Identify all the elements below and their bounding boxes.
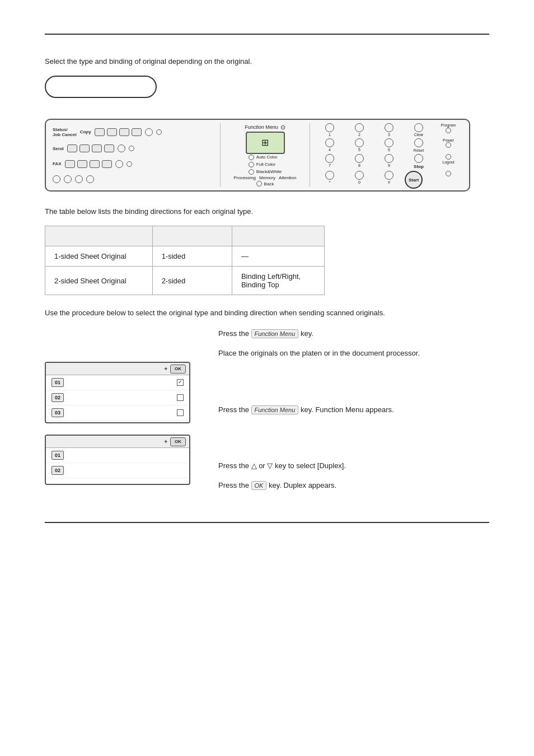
reset-circle: [414, 138, 423, 147]
procedure-intro: Use the procedure below to select the or…: [45, 309, 489, 317]
table-intro: The table below lists the binding direct…: [45, 207, 489, 216]
stop-area: Stop: [405, 154, 433, 169]
num-4: 4: [316, 138, 344, 152]
num-7: 7: [316, 154, 344, 169]
row1-col2: 1-sided: [152, 246, 232, 267]
num-7-circle: [325, 154, 334, 163]
logout-label: Logout: [442, 160, 454, 164]
logout-area: Logout: [434, 154, 462, 169]
step-1-key: Function Menu: [251, 329, 299, 338]
row2-col2: 2-sided: [152, 267, 232, 295]
num-3-circle: [385, 123, 394, 132]
num-1: 1: [316, 123, 344, 137]
copy-circle: [145, 128, 153, 136]
copy-small-circle: [156, 129, 162, 135]
fax-small-circle: [127, 161, 132, 167]
lcd-header-2: ✦ OK: [46, 436, 189, 448]
procedure-screens: ✦ OK 01 02 03: [45, 362, 202, 500]
full-color-circle: [249, 162, 254, 167]
logout-circle: [446, 154, 451, 160]
page: Select the type and binding of original …: [0, 0, 534, 756]
step-4: Press the △ or ▽ key to select [Duplex].: [218, 460, 489, 472]
num-8: 8: [345, 154, 373, 169]
extra-circle: [446, 171, 451, 176]
panel-display: ⊞: [246, 132, 285, 154]
num-9-circle: [385, 154, 394, 163]
memory-label: Memory: [259, 175, 275, 180]
back-row: Back: [256, 181, 274, 186]
panel-bottom-circles: [53, 175, 216, 183]
lcd-screen-2: ✦ OK 01 02: [45, 435, 190, 485]
lcd-row-num-2-01: 01: [51, 451, 64, 460]
power-circle: [446, 142, 451, 148]
lcd-row-num-02: 02: [51, 393, 64, 402]
program-area: Program: [434, 123, 462, 137]
num-2: 2: [345, 123, 373, 137]
step-1-text: Press the: [218, 329, 251, 338]
row1-col1: 1-sided Sheet Original: [45, 246, 153, 267]
panel-bot-row: FAX: [53, 160, 216, 168]
step-3-key: Function Menu: [251, 405, 299, 414]
back-circle: [256, 181, 262, 186]
num-clear-circle: [414, 123, 423, 132]
panel-right: 1 2 3 Clear Program: [310, 123, 462, 187]
step-1-suffix: key.: [301, 329, 313, 338]
step-5-key: OK: [251, 481, 267, 490]
copier-panel: Status/Job Cancel Copy Send: [45, 119, 470, 192]
panel-mid-row: Send: [53, 144, 216, 152]
back-label: Back: [264, 181, 274, 186]
lcd-row-num-01: 01: [51, 378, 64, 387]
lcd-checkbox-01: [177, 379, 184, 386]
send-circle: [118, 144, 125, 152]
lcd-ok-btn-1: OK: [170, 365, 186, 374]
f1-btn: [65, 160, 75, 168]
bottom-rule: [45, 522, 489, 523]
lcd-checkbox-03: [177, 409, 184, 416]
send-btns: [67, 144, 114, 152]
table-row: 1-sided Sheet Original 1-sided —: [45, 246, 325, 267]
step-4-text: Press the △ or ▽ key to select [Duplex].: [218, 461, 346, 470]
col-header-2: [152, 226, 232, 246]
status-job-label: Status/Job Cancel: [53, 127, 77, 137]
binding-table: 1-sided Sheet Original 1-sided — 2-sided…: [45, 226, 325, 295]
send-small-circle: [129, 146, 134, 151]
bw-label: Black&White: [256, 169, 282, 174]
function-menu-label: Function Menu: [245, 124, 278, 130]
step-5-text: Press the: [218, 481, 251, 489]
lcd-checkbox-02: [177, 394, 184, 401]
step-2: Place the originals on the platen or in …: [218, 348, 489, 360]
row2-col1: 2-sided Sheet Original: [45, 267, 153, 295]
step-5: Press the OK key. Duplex appears.: [218, 480, 489, 492]
procedure-section: ✦ OK 01 02 03: [45, 328, 489, 500]
step-2-text: Place the originals on the platen or in …: [218, 349, 420, 357]
numpad: 1 2 3 Clear Program: [316, 123, 462, 189]
num-2-circle: [355, 123, 364, 132]
num-star-circle: [325, 171, 334, 180]
addtn-btn: [107, 128, 117, 136]
lcd-row-3: 03: [46, 405, 189, 421]
full-color-row: Full Color: [249, 162, 282, 167]
panel-mid: Function Menu ⊙ ⊞ Auto Color Full Color …: [221, 123, 310, 187]
display-icon: ⊞: [261, 137, 269, 148]
f4-btn: [102, 160, 112, 168]
num-1-circle: [325, 123, 334, 132]
bw-row: Black&White: [249, 169, 282, 175]
step-3: Press the Function Menu key. Function Me…: [218, 404, 489, 416]
num-0-circle: [355, 171, 364, 180]
num-0: 0: [345, 171, 373, 189]
bc1: [53, 175, 60, 183]
col-header-1: [45, 226, 153, 246]
stop-circle: [414, 154, 423, 163]
reset-label: Reset: [414, 148, 424, 152]
col-header-3: [232, 226, 324, 246]
num-hash-circle: [385, 171, 394, 180]
num-6: 6: [375, 138, 403, 152]
clear-label: Clear: [414, 133, 424, 137]
bw-circle: [249, 169, 254, 175]
fax-label: FAX: [53, 161, 62, 166]
lcd-nav-icon-1: ✦: [163, 366, 168, 372]
extra-circle-area: [434, 171, 462, 189]
lcd-row-num-2-02: 02: [51, 466, 64, 475]
num-8-circle: [355, 154, 364, 163]
key-reference-button: [45, 76, 157, 98]
